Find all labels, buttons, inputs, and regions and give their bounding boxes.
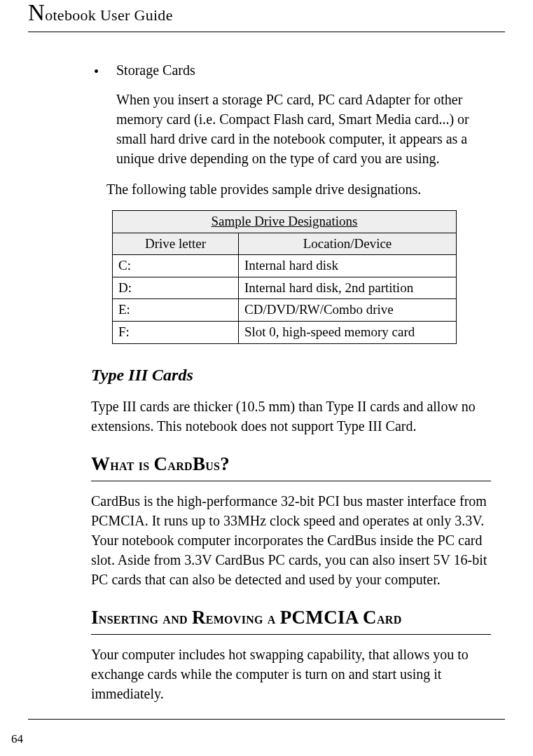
header-text: otebook User Guide — [45, 6, 173, 24]
bullet-item: • Storage Cards When you insert a storag… — [91, 60, 491, 168]
page-number: 64 — [11, 732, 23, 746]
type3-heading: Type III Cards — [91, 364, 491, 387]
table-row: D: Internal hard disk, 2nd partition — [113, 277, 457, 299]
table-row: E: CD/DVD/RW/Combo drive — [113, 299, 457, 322]
table-title: Sample Drive Designations — [113, 211, 457, 233]
drive-device-cell: Slot 0, high-speed memory card — [239, 321, 457, 343]
bullet-title: Storage Cards — [116, 60, 491, 80]
table-col-letter: Drive letter — [113, 233, 239, 255]
drive-letter-cell: F: — [113, 321, 239, 343]
insert-rule — [91, 634, 491, 635]
body-content: • Storage Cards When you insert a storag… — [28, 60, 505, 703]
table-col-device: Location/Device — [239, 233, 457, 255]
drive-device-cell: Internal hard disk — [239, 255, 457, 277]
table-intro-text: The following table provides sample driv… — [106, 179, 491, 199]
drive-letter-cell: C: — [113, 255, 239, 277]
header-dropcap: N — [28, 0, 45, 25]
drive-letter-cell: D: — [113, 277, 239, 299]
insert-paragraph: Your computer includes hot swapping capa… — [91, 645, 491, 703]
running-header: Notebook User Guide — [28, 0, 505, 29]
type3-paragraph: Type III cards are thicker (10.5 mm) tha… — [91, 397, 491, 436]
header-rule — [28, 32, 505, 32]
table-row: C: Internal hard disk — [113, 255, 457, 277]
bullet-icon: • — [94, 62, 99, 81]
bullet-paragraph: When you insert a storage PC card, PC ca… — [116, 90, 491, 168]
cardbus-heading: What is CardBus? — [91, 451, 491, 478]
drive-device-cell: CD/DVD/RW/Combo drive — [239, 299, 457, 322]
cardbus-paragraph: CardBus is the high-performance 32-bit P… — [91, 491, 491, 589]
drive-letter-cell: E: — [113, 299, 239, 322]
footer-rule — [28, 719, 505, 720]
cardbus-rule — [91, 481, 491, 481]
insert-heading: Inserting and Removing a PCMCIA Card — [91, 605, 491, 631]
drive-designations-table: Sample Drive Designations Drive letter L… — [112, 210, 457, 344]
drive-device-cell: Internal hard disk, 2nd partition — [239, 277, 457, 299]
table-row: F: Slot 0, high-speed memory card — [113, 321, 457, 343]
